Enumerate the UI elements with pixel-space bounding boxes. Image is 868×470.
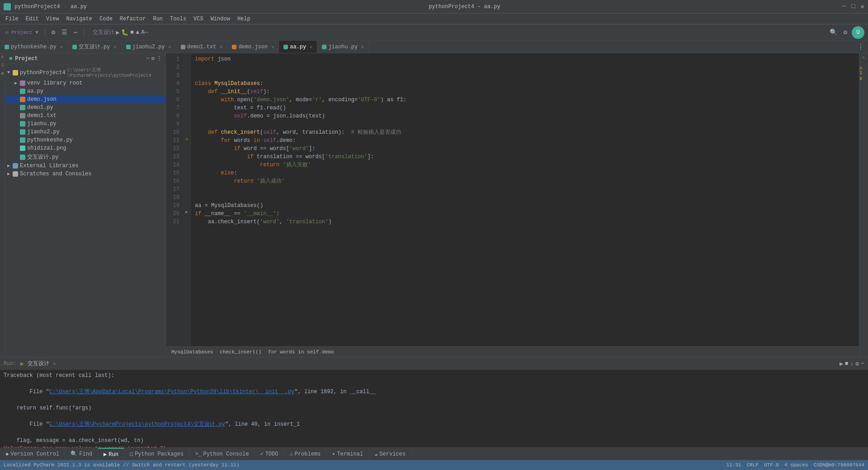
tab-close-jiaohusheji[interactable]: ✕ <box>113 44 116 50</box>
tree-item-aapy[interactable]: aa.py <box>5 87 165 95</box>
left-panel-project-btn[interactable]: P <box>1 55 4 60</box>
title-left: pythonProject4 – aa.py <box>4 3 87 10</box>
run-scroll-btn[interactable]: ↓ <box>850 360 854 367</box>
status-indent[interactable]: 4 spaces <box>784 462 808 468</box>
run-restart-btn[interactable]: ▶ <box>840 360 843 367</box>
breadcrumb-bar: MysqlDatabases › check_insert() › for wo… <box>166 346 859 357</box>
tab-close-aapy[interactable]: ✕ <box>310 44 312 50</box>
minimize-button[interactable]: ─ <box>842 3 846 10</box>
user-avatar[interactable]: U <box>852 26 864 39</box>
tree-item-root[interactable]: ▼ pythonProject4 C:\Users\王博\PycharmProj… <box>5 66 165 79</box>
run-stop-btn[interactable]: ■ <box>845 360 849 367</box>
status-tab-python-packages[interactable]: ▢ Python Packages <box>124 448 189 461</box>
status-tab-services[interactable]: ☁ Services <box>369 448 411 461</box>
run-minimize-btn[interactable]: − <box>861 360 864 367</box>
status-tab-terminal[interactable]: ▪ Terminal <box>326 448 369 461</box>
sidebar-collapse-btn[interactable]: ↔ <box>146 55 150 62</box>
menu-file[interactable]: File <box>2 15 22 23</box>
toolbar-project-btn[interactable]: ▭ Project ▼ <box>4 28 40 36</box>
tab-close-demojson[interactable]: ✕ <box>271 44 274 50</box>
status-crlf[interactable]: CRLF <box>747 462 759 468</box>
tab-close-pythonkeshe[interactable]: ✕ <box>60 44 63 50</box>
title-right: ─ □ ✕ <box>842 3 864 10</box>
menu-help[interactable]: Help <box>234 15 254 23</box>
gutter-14 <box>182 159 191 167</box>
gutter-11-warn[interactable]: ⚠ <box>182 135 191 143</box>
file-icon-jiaohupy <box>20 121 25 127</box>
translate-button[interactable]: A↔ <box>141 29 148 36</box>
run-button[interactable]: ▶ <box>116 29 120 36</box>
code-editor[interactable]: import json class MysqlDatabases: def __… <box>191 53 859 346</box>
profile-button[interactable]: ▲ <box>136 29 139 36</box>
left-panel-structure-btn[interactable]: S <box>1 63 4 68</box>
right-notifications-btn[interactable]: ✎ <box>862 55 865 61</box>
menu-window[interactable]: Window <box>207 15 234 23</box>
status-tab-todo[interactable]: ✓ TODO <box>255 448 284 461</box>
left-panel-bookmark-btn[interactable]: ◉ <box>1 70 4 76</box>
toolbar-more-btn[interactable]: ⋯ <box>72 28 79 37</box>
tab-close-jiaohu2[interactable]: ✕ <box>169 44 171 50</box>
status-tab-python-console[interactable]: >_ Python Console <box>189 448 255 461</box>
toolbar-settings-btn[interactable]: ⚙ <box>50 28 57 37</box>
file-icon-demo1txt <box>20 113 25 118</box>
tab-jiaohu2[interactable]: jiaohu2.py ✕ <box>122 41 176 53</box>
file-icon-demo1py <box>20 105 25 110</box>
tree-item-jiaohusheji[interactable]: 交互设计.py <box>5 152 165 162</box>
tree-item-venv[interactable]: ► venv library root <box>5 79 165 87</box>
menu-edit[interactable]: Edit <box>22 15 42 23</box>
gutter-18 <box>182 192 191 200</box>
run-link-1[interactable]: C:\Users\王博\AppData\Local\Programs\Pytho… <box>49 389 294 395</box>
settings-btn[interactable]: ⚙ <box>842 28 849 37</box>
tab-pythonkeshe[interactable]: pythonkeshe.py ✕ <box>0 41 68 53</box>
main-area: P S ◉ ■ Project ↔ ⚙ ⋮ ▼ pythonProject4 C… <box>0 53 868 357</box>
tab-jiaohusheji[interactable]: 交互设计.py ✕ <box>68 41 122 53</box>
gutter-4 <box>182 78 191 86</box>
toolbar-layout-btn[interactable]: ☰ <box>60 28 69 37</box>
tree-item-demo1py[interactable]: demo1.py <box>5 103 165 112</box>
right-vertical-toolbar: ✎ △ 1 ∨ <box>859 53 868 357</box>
status-tab-find[interactable]: 🔍 Find <box>65 448 98 461</box>
tab-demo1txt[interactable]: demo1.txt ✕ <box>176 41 228 53</box>
tree-item-extlibs[interactable]: ► External Libraries <box>5 162 165 170</box>
status-notification[interactable]: Localized PyCharm 2022.1.3 is available … <box>4 462 240 468</box>
run-tab-label[interactable]: 交互设计 <box>28 360 49 367</box>
tab-demojson[interactable]: demo.json ✕ <box>227 41 279 53</box>
debug-button[interactable]: 🐛 <box>121 29 128 36</box>
menu-tools[interactable]: Tools <box>166 15 190 23</box>
tab-aapy[interactable]: aa.py ✕ <box>279 41 317 53</box>
status-encoding[interactable]: UTF-8 <box>764 462 779 468</box>
menu-view[interactable]: View <box>42 15 63 23</box>
menu-refactor[interactable]: Refactor <box>116 15 150 23</box>
search-everywhere-btn[interactable]: 🔍 <box>828 28 839 37</box>
status-tab-run[interactable]: ▶ Run <box>98 448 124 461</box>
tree-item-demojson[interactable]: demo.json <box>5 95 165 103</box>
tree-item-pythonkeshe[interactable]: pythonkeshe.py <box>5 136 165 144</box>
tree-item-scratches[interactable]: ► Scratches and Consoles <box>5 170 165 178</box>
maximize-button[interactable]: □ <box>851 3 855 10</box>
menu-code[interactable]: Code <box>96 15 116 23</box>
menu-vcs[interactable]: VCS <box>190 15 207 23</box>
run-link-2[interactable]: C:\Users\王博\PycharmProjects\pythonProjec… <box>49 421 225 428</box>
sidebar-more-btn[interactable]: ⋮ <box>156 55 162 62</box>
warning-indicator[interactable]: △ 1 ∨ <box>859 64 868 81</box>
menu-navigate[interactable]: Navigate <box>62 15 96 23</box>
tab-close-demo1txt[interactable]: ✕ <box>220 44 222 50</box>
tree-item-jiaohu2py[interactable]: jiaohu2.py <box>5 128 165 136</box>
gutter-20-run[interactable]: ▶ <box>182 208 191 216</box>
tree-label-demo1py: demo1.py <box>27 104 53 111</box>
tab-icon-demojson <box>232 45 236 49</box>
tab-more-btn[interactable]: ⋮ <box>854 42 868 52</box>
tab-jiaohupy[interactable]: jiaohu.py ✕ <box>317 41 369 53</box>
run-tab-close[interactable]: ✕ <box>53 361 56 367</box>
status-tab-version-control[interactable]: ◆ Version Control <box>0 448 65 461</box>
coverage-button[interactable]: ■ <box>130 29 134 36</box>
tab-close-jiaohupy[interactable]: ✕ <box>361 44 364 50</box>
tree-item-shidizai[interactable]: shidizai.png <box>5 144 165 152</box>
tree-item-demo1txt[interactable]: demo1.txt <box>5 112 165 120</box>
close-button[interactable]: ✕ <box>861 3 864 10</box>
menu-run[interactable]: Run <box>149 15 166 23</box>
sidebar-settings-btn[interactable]: ⚙ <box>151 55 155 62</box>
status-tab-problems[interactable]: ⚠ Problems <box>284 448 326 461</box>
run-settings-icon[interactable]: ⚙ <box>855 360 859 367</box>
tree-item-jiaohupy[interactable]: jiaohu.py <box>5 120 165 128</box>
